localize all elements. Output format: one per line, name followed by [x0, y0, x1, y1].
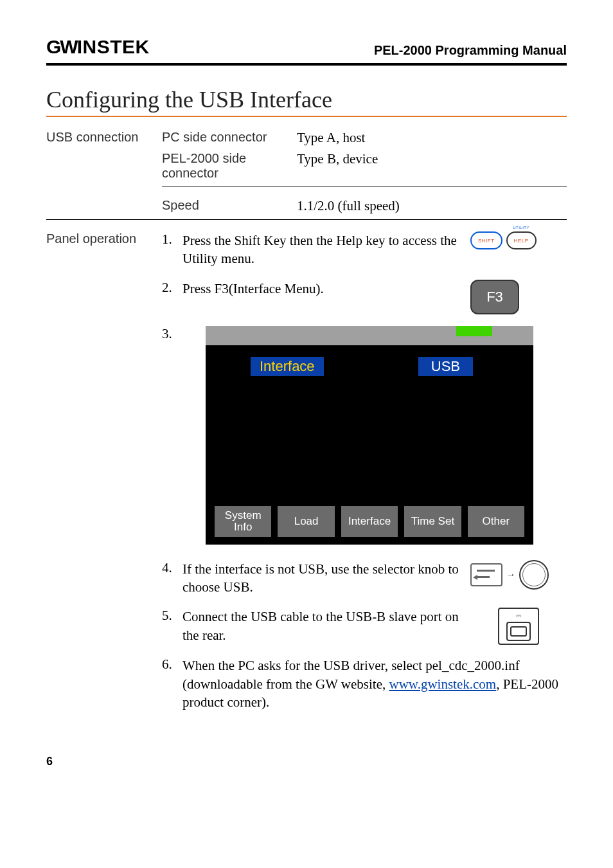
- screen-statusbar: [206, 326, 533, 345]
- divider: [46, 219, 567, 220]
- usb-connection-label: USB connection: [46, 130, 162, 145]
- softkey-other: Other: [468, 506, 524, 537]
- step-number: 6.: [162, 656, 182, 673]
- table-cell: PEL-2000 side connector: [162, 151, 297, 181]
- panel-operation-label: Panel operation: [46, 231, 162, 246]
- softkey-interface: Interface: [341, 506, 398, 537]
- selector-knob-icon: →: [470, 560, 549, 590]
- step-text: Connect the USB cable to the USB-B slave…: [182, 608, 470, 644]
- document-title: PEL-2000 Programming Manual: [374, 43, 567, 58]
- gwinstek-link[interactable]: www.gwinstek.com: [389, 676, 497, 692]
- page-number: 6: [46, 755, 567, 768]
- shift-key-icon: SHIFT: [470, 231, 502, 249]
- usb-port-icon: ⎓: [498, 608, 539, 645]
- interface-field-value: USB: [418, 357, 473, 376]
- step-text: Press the Shift Key then the Help key to…: [182, 231, 470, 268]
- step-number: 4.: [162, 560, 182, 576]
- status-indicator: [456, 326, 492, 336]
- table-cell: 1.1/2.0 (full speed): [297, 198, 567, 214]
- softkey-load: Load: [278, 506, 334, 537]
- instrument-screen: Interface USB System Info Load Interface…: [206, 326, 533, 545]
- table-cell: Speed: [162, 198, 297, 213]
- table-cell: Type A, host: [297, 130, 567, 146]
- interface-field-label: Interface: [251, 357, 324, 376]
- step-number: 3.: [162, 326, 182, 342]
- step-text: Press F3(Interface Menu).: [182, 280, 470, 298]
- table-cell: PC side connector: [162, 130, 297, 145]
- step-number: 1.: [162, 231, 182, 248]
- softkey-system-info: System Info: [215, 506, 271, 537]
- utility-label: UTILITY: [513, 226, 529, 230]
- f3-key-icon: F3: [470, 280, 519, 314]
- softkey-row: System Info Load Interface Time Set Othe…: [215, 506, 524, 537]
- table-cell: Type B, device: [297, 151, 567, 167]
- step-number: 2.: [162, 280, 182, 296]
- section-rule: [46, 116, 567, 117]
- divider: [162, 186, 567, 186]
- help-key-icon: UTILITY HELP: [506, 231, 537, 249]
- step-text: If the interface is not USB, use the sel…: [182, 560, 470, 597]
- page-header: GWINSTEK PEL-2000 Programming Manual: [46, 36, 567, 66]
- softkey-time-set: Time Set: [404, 506, 461, 537]
- step-text: When the PC asks for the USB driver, sel…: [182, 656, 567, 711]
- section-heading: Configuring the USB Interface: [46, 86, 567, 113]
- step-number: 5.: [162, 608, 182, 624]
- brand-logo: GWINSTEK: [46, 36, 150, 58]
